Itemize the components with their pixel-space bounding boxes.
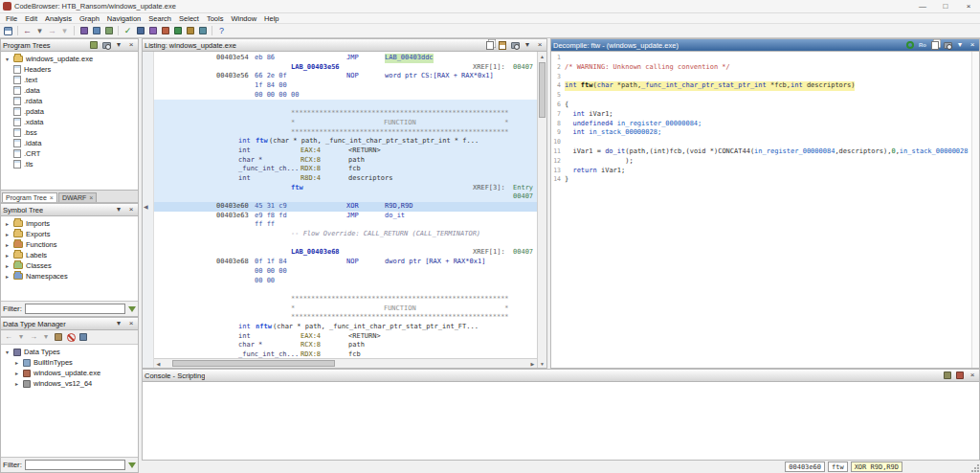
decompiler-line[interactable]: 10: [551, 138, 971, 147]
decomp-keyword[interactable]: undefined4: [572, 120, 616, 127]
listing-line[interactable]: 00 00: [154, 277, 537, 286]
decompiler-line[interactable]: 13 return iVar1;: [551, 167, 971, 176]
listing-param-storage[interactable]: RCX:8: [301, 156, 321, 166]
tree-item-text[interactable]: .text: [13, 75, 138, 85]
resize-grip-icon[interactable]: [971, 464, 979, 472]
listing-bytes[interactable]: ff ff: [255, 220, 275, 230]
copy-icon[interactable]: [485, 40, 495, 50]
listing-param-type[interactable]: _func_int_ch...: [238, 350, 299, 358]
listing-plate-comment[interactable]: ****************************************…: [291, 109, 509, 119]
decompiler-line[interactable]: 11 iVar1 = do_it(path,(int)fcb,(void *)C…: [551, 147, 971, 157]
tree-item-tls[interactable]: .tls: [13, 159, 138, 169]
decomp-code-text[interactable]: iVar1 =: [565, 147, 605, 155]
decomp-type[interactable]: _func_int_char_ptr_stat_ptr_int: [641, 81, 770, 89]
listing-line[interactable]: LAB_00403e68XREF[1]:00407: [154, 248, 537, 258]
listing-label-ref[interactable]: LAB_00403ddc: [385, 54, 434, 63]
decompiler-code[interactable]: undefined4 in_register_00000084;: [565, 120, 702, 129]
listing-plate-comment[interactable]: * FUNCTION *: [291, 304, 509, 314]
symbol-tree-item-namespaces[interactable]: ▸Namespaces: [4, 271, 138, 282]
listing-line[interactable]: ****************************************…: [154, 128, 537, 138]
expand-arrow-icon[interactable]: ▸: [13, 359, 20, 366]
listing-function-name[interactable]: ftw: [291, 184, 303, 193]
listing-line[interactable]: intEAX:4<RETURN>: [154, 332, 537, 342]
paste-icon[interactable]: [498, 40, 507, 50]
listing-bytes[interactable]: 00 00 00 00: [255, 91, 299, 101]
decomp-code-text[interactable]: {: [565, 101, 568, 108]
listing-line[interactable]: 00407: [154, 192, 537, 202]
listing-param-name[interactable]: descriptors: [348, 174, 392, 184]
listing-line[interactable]: [154, 239, 537, 249]
dtm-root-data-types[interactable]: ▾Data Types: [4, 347, 138, 357]
decomp-keyword[interactable]: return: [572, 167, 601, 174]
listing-param-type[interactable]: _func_int_ch...: [238, 165, 299, 174]
scroll-right-icon[interactable]: ▶: [528, 361, 537, 367]
decomp-code-text[interactable]: descriptors): [807, 81, 856, 89]
tree-item-xdata[interactable]: .xdata: [13, 117, 138, 127]
decomp-keyword[interactable]: int: [565, 81, 581, 89]
symbol-tree-item-labels[interactable]: ▸Labels: [4, 250, 138, 260]
listing-param-storage[interactable]: RDX:8: [301, 350, 321, 358]
expand-arrow-icon[interactable]: ▾: [4, 349, 11, 355]
menu-search[interactable]: Search: [145, 14, 175, 23]
listing-param-name[interactable]: path: [348, 156, 365, 166]
listing-address[interactable]: 00403e68: [216, 258, 249, 267]
dtm-item-windows_update.exe[interactable]: ▸windows_update.exe: [13, 368, 138, 378]
decompiler-line[interactable]: 14}: [551, 175, 971, 185]
tree-item-rdata[interactable]: .rdata: [13, 96, 138, 106]
menu-file[interactable]: File: [2, 14, 21, 23]
decompiler-code[interactable]: int iVar1;: [565, 110, 613, 120]
menu-edit[interactable]: Edit: [21, 14, 41, 23]
listing-function-name[interactable]: nftw: [256, 323, 272, 332]
open-archive-icon[interactable]: [54, 332, 63, 342]
tree-item-idata[interactable]: .idata: [13, 138, 138, 148]
decomp-keyword[interactable]: char: [597, 81, 617, 89]
menu-window[interactable]: Window: [227, 14, 260, 23]
listing-bytes[interactable]: 45 31 c9: [255, 202, 287, 212]
snapshot-icon[interactable]: [943, 40, 952, 50]
listing-param-type[interactable]: int: [238, 146, 251, 156]
tree-item-Headers[interactable]: Headers: [13, 64, 138, 75]
menu-select[interactable]: Select: [175, 14, 203, 23]
decompiler-view-icon[interactable]: [185, 26, 195, 36]
close-button[interactable]: ×: [957, 0, 980, 12]
dtm-back-icon[interactable]: ←: [4, 332, 13, 342]
decomp-variable[interactable]: in_register_00000084;: [617, 120, 702, 127]
expand-arrow-icon[interactable]: ▸: [4, 231, 11, 237]
minimize-button[interactable]: —: [911, 0, 934, 12]
decompiler-code[interactable]: int ftw(char *path,_func_int_char_ptr_st…: [565, 81, 855, 91]
listing-line[interactable]: ****************************************…: [154, 295, 537, 304]
listing-plate-comment[interactable]: * FUNCTION *: [291, 119, 509, 128]
listing-param-storage[interactable]: EAX:4: [301, 332, 321, 342]
console-header[interactable]: Console - Scripting ×: [143, 370, 979, 382]
decompiler-line[interactable]: 2/* WARNING: Unknown calling convention …: [551, 63, 971, 73]
snapshot-icon[interactable]: [101, 40, 111, 50]
tree-root-windows_update.exe[interactable]: ▾windows_update.exe: [4, 54, 138, 64]
register-values-icon[interactable]: [103, 26, 114, 36]
listing-line[interactable]: 00403e5666 2e 0fNOPword ptr CS:[RAX + RA…: [154, 72, 537, 81]
listing-bytes[interactable]: 1f 84 00: [255, 81, 287, 91]
expand-arrow-icon[interactable]: ▾: [4, 56, 11, 62]
help-icon[interactable]: ?: [216, 26, 227, 36]
listing-param-storage[interactable]: RDX:8: [301, 165, 321, 174]
listing-vscrollbar[interactable]: ▲ ▼: [537, 52, 546, 368]
listing-line[interactable]: 00403e680f 1f 84NOPdword ptr [RAX + RAX*…: [154, 258, 537, 267]
symbol-tree-item-imports[interactable]: ▸Imports: [4, 218, 138, 229]
tab-close-icon[interactable]: ×: [89, 194, 93, 201]
dtm-forward-icon[interactable]: →: [29, 332, 38, 342]
listing-param-name[interactable]: fcb: [348, 350, 361, 358]
listing-line[interactable]: 00403e54eb 86JMPLAB_00403ddc: [154, 54, 537, 63]
listing-bytes[interactable]: eb 86: [255, 54, 275, 63]
decomp-function-call[interactable]: do_it: [605, 147, 625, 155]
listing-bytes[interactable]: e9 f8 fd: [255, 212, 287, 221]
decompiler-code[interactable]: int in_stack_00000028;: [565, 128, 661, 138]
listing-address[interactable]: 00403e54: [216, 54, 249, 63]
decomp-code-text[interactable]: );: [565, 157, 634, 165]
listing-mnemonic[interactable]: JMP: [346, 54, 359, 63]
ro-icon[interactable]: Ro: [918, 40, 927, 50]
listing-mnemonic[interactable]: NOP: [346, 72, 359, 81]
menu-chevron-icon[interactable]: ▾: [523, 40, 532, 50]
listing-bytes[interactable]: 00 00: [255, 277, 275, 286]
listing-address[interactable]: 00403e60: [216, 202, 249, 212]
decompile-header[interactable]: Decompile: ftw - (windows_update.exe) Ro…: [551, 39, 979, 52]
menu-help[interactable]: Help: [260, 14, 282, 23]
